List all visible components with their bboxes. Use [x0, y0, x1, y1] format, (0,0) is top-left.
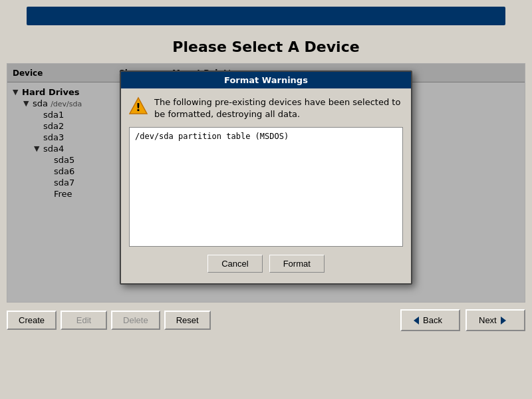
modal-buttons: Cancel Format [129, 255, 403, 275]
format-button[interactable]: Format [269, 255, 325, 273]
modal-title-bar: Format Warnings [121, 72, 411, 88]
modal-overlay: Format Warnings ! The following pre-exis… [7, 64, 525, 302]
format-warnings-dialog: Format Warnings ! The following pre-exis… [120, 70, 412, 285]
reset-button[interactable]: Reset [164, 311, 211, 330]
page-title: Please Select A Device [0, 39, 532, 55]
modal-body: ! The following pre-existing devices hav… [121, 88, 411, 283]
back-button[interactable]: Back [400, 309, 460, 331]
warning-list: /dev/sda partition table (MSDOS) [129, 127, 403, 247]
bottom-bar: Create Edit Delete Reset Back Next [0, 303, 532, 338]
cancel-button[interactable]: Cancel [207, 255, 262, 273]
page-title-area: Please Select A Device [0, 32, 532, 63]
warning-row: ! The following pre-existing devices hav… [129, 96, 403, 120]
next-arrow-icon [501, 317, 506, 325]
next-button[interactable]: Next [466, 309, 525, 331]
main-content-area: Device Size Mount Point/ ▼ Hard Drives ▼… [7, 63, 525, 303]
delete-button[interactable]: Delete [111, 311, 160, 330]
svg-text:!: ! [136, 101, 140, 114]
edit-button[interactable]: Edit [61, 311, 107, 330]
nav-buttons: Back Next [400, 309, 525, 331]
back-label: Back [423, 315, 442, 325]
modal-title: Format Warnings [224, 75, 308, 85]
warning-list-item: /dev/sda partition table (MSDOS) [135, 132, 397, 141]
warning-message: The following pre-existing devices have … [154, 96, 403, 120]
create-button[interactable]: Create [7, 311, 57, 330]
action-buttons: Create Edit Delete Reset [7, 311, 211, 330]
back-arrow-icon [414, 317, 419, 325]
next-label: Next [479, 315, 497, 325]
warning-icon: ! [129, 96, 148, 115]
top-banner [27, 7, 505, 25]
